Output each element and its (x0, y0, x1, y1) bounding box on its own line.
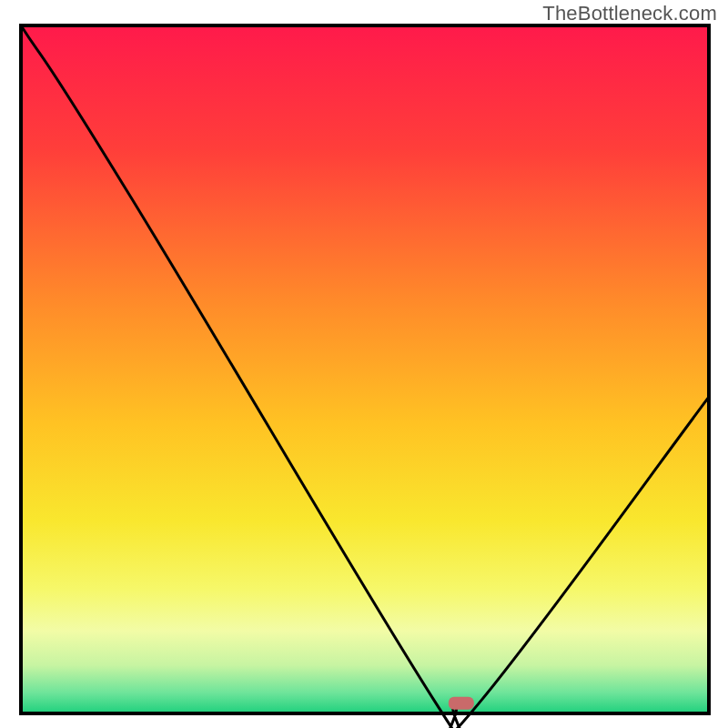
optimal-point-marker (449, 697, 474, 710)
watermark-text: TheBottleneck.com (542, 2, 717, 25)
bottleneck-chart (0, 0, 728, 728)
plot-background (21, 25, 709, 713)
